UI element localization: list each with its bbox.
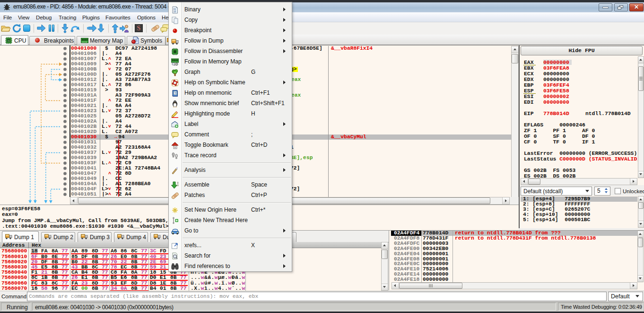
svg-text:@: @: [175, 63, 178, 65]
svg-text:32: 32: [7, 39, 10, 42]
svg-text:10: 10: [177, 184, 179, 187]
svg-text:10: 10: [174, 10, 176, 13]
svg-text:n: n: [174, 146, 176, 149]
svg-text:?: ?: [174, 92, 176, 95]
